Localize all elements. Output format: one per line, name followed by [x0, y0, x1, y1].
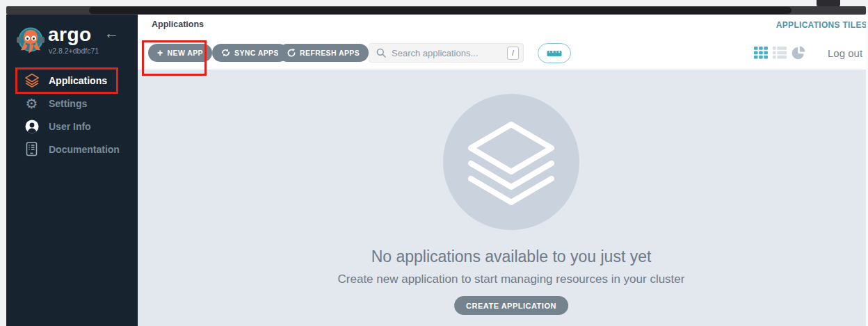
search-box: /	[369, 43, 524, 63]
sidebar-item-documentation[interactable]: Documentation	[6, 138, 138, 161]
sidebar-item-settings[interactable]: ⚙ Settings	[6, 92, 138, 115]
sidebar-nav: Applications ⚙ Settings User Info	[6, 69, 138, 161]
sidebar-item-label: Settings	[49, 98, 87, 109]
argo-cd-app-window: argo v2.8.2+dbdfc71 ← Applications ⚙ Set…	[0, 0, 868, 326]
slash-shortcut-badge: /	[507, 47, 519, 60]
empty-state: No applications available to you just ye…	[154, 70, 868, 326]
new-app-button[interactable]: + NEW APP	[148, 44, 212, 62]
sidebar-item-applications[interactable]: Applications	[6, 69, 138, 92]
refresh-icon	[287, 49, 296, 57]
page-header: Applications APPLICATIONS TILES + NEW AP…	[138, 15, 868, 70]
breadcrumb: Applications	[152, 19, 204, 29]
collapse-sidebar-arrow-icon[interactable]: ←	[104, 25, 119, 42]
view-mode-label[interactable]: APPLICATIONS TILES	[776, 20, 867, 30]
browser-chrome-notch	[817, 0, 840, 6]
layers-icon	[458, 109, 564, 215]
empty-state-circle	[443, 94, 579, 230]
summary-pie-chart-icon[interactable]	[791, 46, 807, 60]
refresh-apps-button[interactable]: REFRESH APPS	[278, 44, 369, 62]
sidebar-item-label: Documentation	[49, 144, 120, 155]
sidebar-item-user-info[interactable]: User Info	[6, 115, 138, 138]
sync-icon	[221, 49, 230, 57]
create-application-button[interactable]: CREATE APPLICATION	[454, 296, 568, 315]
user-info-person-icon	[24, 118, 40, 134]
sidebar-item-label: User Info	[49, 121, 91, 132]
sync-apps-button[interactable]: SYNC APPS	[212, 44, 288, 62]
ruler-icon	[547, 50, 562, 57]
list-view-icon[interactable]	[773, 47, 787, 59]
argo-logo-icon	[16, 25, 47, 57]
filter-toggle-button[interactable]	[538, 43, 571, 63]
plus-icon: +	[157, 47, 163, 58]
empty-state-subtitle: Create new application to start managing…	[154, 272, 868, 286]
empty-state-title: No applications available to you just ye…	[154, 247, 868, 266]
sidebar: argo v2.8.2+dbdfc71 ← Applications ⚙ Set…	[6, 15, 138, 326]
search-icon	[376, 48, 386, 58]
documentation-book-icon	[24, 141, 40, 157]
sidebar-item-label: Applications	[49, 75, 107, 86]
applications-content-area: No applications available to you just ye…	[138, 70, 868, 326]
browser-chrome-inner-bar	[89, 7, 791, 14]
applications-layers-icon	[24, 72, 40, 88]
search-input[interactable]	[392, 48, 507, 58]
logout-link[interactable]: Log out	[828, 47, 862, 59]
brand-wordmark: argo	[48, 24, 92, 46]
settings-gear-icon: ⚙	[24, 95, 40, 111]
tiles-view-icon[interactable]	[754, 47, 768, 59]
version-label: v2.8.2+dbdfc71	[49, 47, 99, 55]
